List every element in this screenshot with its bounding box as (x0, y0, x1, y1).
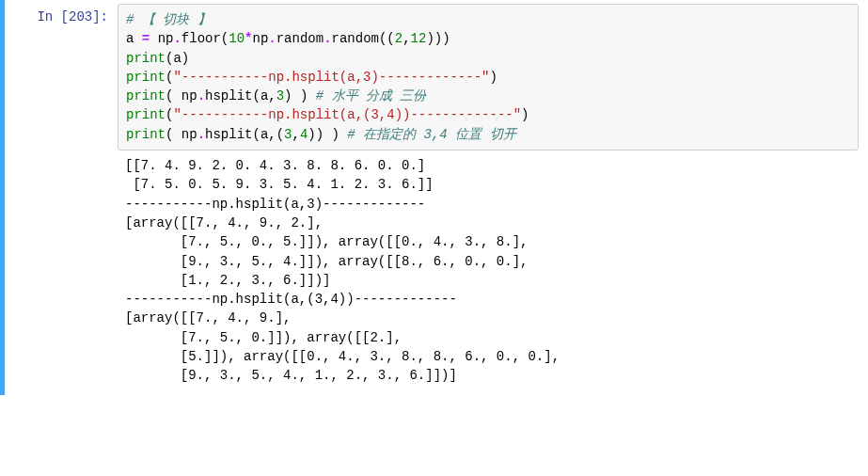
token-dot: . (197, 88, 205, 103)
token-dot: . (197, 127, 205, 142)
token-num: 12 (411, 31, 427, 46)
token-print: print (126, 70, 166, 85)
token-paren: ) (181, 51, 189, 66)
token-print: print (126, 127, 166, 142)
prompt-label: In [203]: (37, 9, 108, 24)
token-assign: = (134, 31, 157, 46)
output-line: [9., 3., 5., 4., 1., 2., 3., 6.]])] (125, 368, 457, 383)
token-string: "-----------np.hsplit(a,3)-------------" (173, 70, 489, 85)
output-line: [9., 3., 5., 4.]]), array([[8., 6., 0., … (125, 254, 528, 269)
token-comma: , (402, 31, 410, 46)
token-paren: ( (252, 88, 260, 103)
token-dot: . (324, 31, 331, 46)
cell-content: # 【 切块 】 a = np.floor(10*np.random.rando… (118, 4, 868, 391)
token-print: print (126, 107, 166, 122)
token-fn: hsplit (205, 127, 252, 142)
token-np: np (181, 127, 197, 142)
output-line: [1., 2., 3., 6.]])] (125, 273, 330, 288)
token-np: np (181, 88, 197, 103)
token-paren: ( (276, 127, 284, 142)
notebook-cell: In [203]: # 【 切块 】 a = np.floor(10*np.ra… (0, 0, 868, 395)
token-paren: ) (332, 127, 348, 142)
output-line: [7., 5., 0., 5.]]), array([[0., 4., 3., … (125, 234, 528, 249)
code-input[interactable]: # 【 切块 】 a = np.floor(10*np.random.rando… (118, 4, 859, 151)
input-prompt: In [203]: (5, 4, 118, 391)
token-paren: ( (166, 127, 181, 142)
token-print: print (126, 88, 166, 103)
token-fn: hsplit (205, 88, 252, 103)
token-paren: ( (221, 31, 229, 46)
output-line: [array([[7., 4., 9.], (125, 310, 291, 325)
output-line: [7., 5., 0.]]), array([[2.], (125, 330, 402, 345)
token-random-fn: random (332, 31, 379, 46)
output-line: [7. 5. 0. 5. 9. 3. 5. 4. 1. 2. 3. 6.]] (125, 177, 434, 192)
output-line: -----------np.hsplit(a,(3,4))-----------… (125, 292, 457, 307)
token-arg: a (173, 51, 181, 66)
token-dot: . (268, 31, 276, 46)
code-comment: # 水平 分成 三份 (316, 88, 427, 103)
token-paren: ) (308, 127, 315, 142)
token-num: 3 (276, 88, 284, 103)
token-dot: . (173, 31, 181, 46)
token-comma: , (268, 127, 276, 142)
token-num: 3 (284, 127, 292, 142)
token-paren: ) (300, 88, 316, 103)
token-paren: ( (166, 88, 181, 103)
token-print: print (126, 51, 166, 66)
output-line: [5.]]), array([[0., 4., 3., 8., 8., 6., … (125, 349, 560, 364)
output-line: [array([[7., 4., 9., 2.], (125, 215, 323, 230)
token-paren: ) (284, 88, 300, 103)
token-np: np (252, 31, 268, 46)
token-num: 2 (395, 31, 402, 46)
code-comment: # 【 切块 】 (126, 12, 211, 27)
output-line: [[7. 4. 9. 2. 0. 4. 3. 8. 8. 6. 0. 0.] (125, 158, 425, 173)
token-paren: ( (252, 127, 260, 142)
token-random: random (276, 31, 324, 46)
token-comma: , (292, 127, 300, 142)
output-line: -----------np.hsplit(a,3)------------- (125, 197, 425, 212)
output-text: [[7. 4. 9. 2. 0. 4. 3. 8. 8. 6. 0. 0.] [… (118, 151, 859, 391)
token-string: "-----------np.hsplit(a,(3,4))----------… (173, 107, 521, 122)
token-np: np (158, 31, 174, 46)
code-comment: # 在指定的 3,4 位置 切开 (347, 127, 515, 142)
token-num: 10 (229, 31, 245, 46)
token-paren: (( (379, 31, 395, 46)
token-floor: floor (181, 31, 221, 46)
token-paren: ))) (426, 31, 450, 46)
token-comma: , (268, 88, 276, 103)
token-paren: ) (316, 127, 332, 142)
token-paren: ) (521, 107, 529, 122)
token-paren: ) (489, 70, 497, 85)
